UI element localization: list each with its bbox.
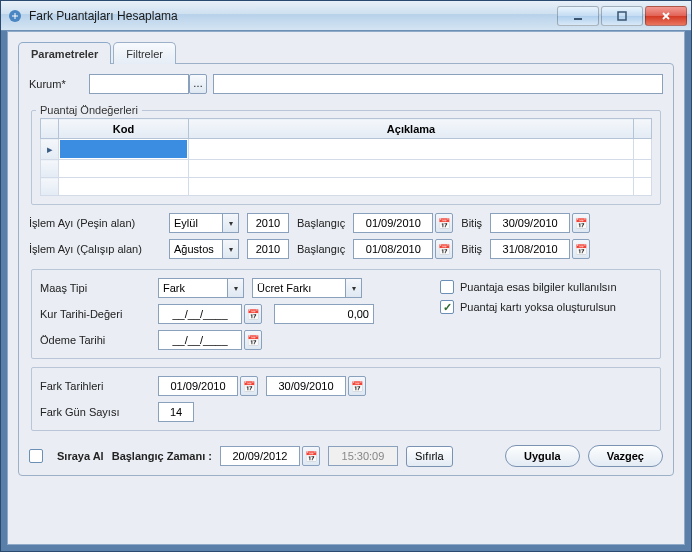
islem-pesin-row: İşlem Ayı (Peşin alan) Eylül▾ Başlangıç … (29, 213, 663, 233)
grid-cell-aciklama[interactable] (189, 178, 634, 196)
titlebar: Fark Puantajları Hesaplama (1, 1, 691, 31)
chevron-down-icon: ▾ (227, 279, 243, 297)
grid-cell-kod[interactable] (59, 160, 189, 178)
combo-value: Fark (163, 282, 185, 294)
maas-tipi-row: Maaş Tipi Fark▾ Ücret Farkı▾ (40, 278, 420, 298)
calisip-baslangic-date: 📅 (353, 239, 453, 259)
maas-tipi-label: Maaş Tipi (40, 282, 150, 294)
calendar-icon[interactable]: 📅 (572, 213, 590, 233)
window-title: Fark Puantajları Hesaplama (29, 9, 557, 23)
grid-cell-spacer (634, 160, 652, 178)
calisip-bitis-input[interactable] (490, 239, 570, 259)
grid-col-kod[interactable]: Kod (59, 119, 189, 139)
maas-tipi-combo[interactable]: Fark▾ (158, 278, 244, 298)
grid-cell-aciklama[interactable] (189, 139, 634, 160)
siraya-label: Sıraya Al (57, 450, 104, 462)
fark-t1-date: 📅 (158, 376, 258, 396)
chevron-down-icon: ▾ (222, 214, 238, 232)
bitis-label: Bitiş (461, 243, 482, 255)
calisip-baslangic-input[interactable] (353, 239, 433, 259)
islem-calisip-yil-input[interactable] (247, 239, 289, 259)
esas-bilgiler-checkbox[interactable] (440, 280, 454, 294)
grid-cell-spacer (634, 178, 652, 196)
islem-calisip-ay-combo[interactable]: Ağustos▾ (169, 239, 239, 259)
fark-tarihleri-label: Fark Tarihleri (40, 380, 150, 392)
button-label: Sıfırla (415, 450, 444, 462)
calendar-icon[interactable]: 📅 (435, 213, 453, 233)
fark-tarihleri-row: Fark Tarihleri 📅 📅 (40, 376, 652, 396)
tab-parametreler[interactable]: Parametreler (18, 42, 111, 64)
islem-pesin-ay-combo[interactable]: Eylül▾ (169, 213, 239, 233)
karti-olusturulsun-checkbox[interactable]: ✓ (440, 300, 454, 314)
footer-date: 📅 (220, 446, 320, 466)
calendar-icon[interactable]: 📅 (244, 330, 262, 350)
tabpanel-parametreler: Kurum* … Puantaj Öndeğerleri Kod Açıklam… (18, 63, 674, 476)
puantaj-group-title: Puantaj Öndeğerleri (36, 104, 142, 116)
maas-group: Maaş Tipi Fark▾ Ücret Farkı▾ Kur Tarihi-… (31, 269, 661, 359)
grid-rowmarker (41, 160, 59, 178)
puantaj-group: Puantaj Öndeğerleri Kod Açıklama ▸ (31, 104, 661, 205)
fark-t1-input[interactable] (158, 376, 238, 396)
pesin-baslangic-input[interactable] (353, 213, 433, 233)
fark-gun-row: Fark Gün Sayısı (40, 402, 652, 422)
kur-tarih-date: 📅 (158, 304, 262, 324)
islem-pesin-label: İşlem Ayı (Peşin alan) (29, 217, 161, 229)
cb1-row: Puantaja esas bilgiler kullanılsın (440, 280, 652, 294)
svg-rect-1 (574, 18, 582, 20)
calendar-icon[interactable]: 📅 (435, 239, 453, 259)
ucret-combo[interactable]: Ücret Farkı▾ (252, 278, 362, 298)
chevron-down-icon: ▾ (345, 279, 361, 297)
minimize-button[interactable] (557, 6, 599, 26)
footer-time-input (328, 446, 398, 466)
grid-row[interactable] (41, 178, 652, 196)
calendar-icon[interactable]: 📅 (572, 239, 590, 259)
calendar-icon[interactable]: 📅 (240, 376, 258, 396)
kurum-code-input[interactable] (89, 74, 189, 94)
odeme-input[interactable] (158, 330, 242, 350)
fark-t2-input[interactable] (266, 376, 346, 396)
uygula-button[interactable]: Uygula (505, 445, 580, 467)
kur-label: Kur Tarihi-Değeri (40, 308, 150, 320)
calendar-icon[interactable]: 📅 (244, 304, 262, 324)
grid-row[interactable]: ▸ (41, 139, 652, 160)
grid-cell-kod[interactable] (59, 178, 189, 196)
grid-cell-spacer (634, 139, 652, 160)
pesin-bitis-date: 📅 (490, 213, 590, 233)
fark-t2-date: 📅 (266, 376, 366, 396)
calendar-icon[interactable]: 📅 (348, 376, 366, 396)
footer-row: Sıraya Al Başlangıç Zamanı : 📅 Sıfırla U… (29, 439, 663, 467)
calendar-icon[interactable]: 📅 (302, 446, 320, 466)
kurum-desc-input[interactable] (213, 74, 663, 94)
fark-gun-input[interactable] (158, 402, 194, 422)
chevron-down-icon: ▾ (222, 240, 238, 258)
svg-rect-2 (618, 12, 626, 20)
grid-row[interactable] (41, 160, 652, 178)
tab-filtreler[interactable]: Filtreler (113, 42, 176, 64)
grid-col-aciklama[interactable]: Açıklama (189, 119, 634, 139)
maximize-button[interactable] (601, 6, 643, 26)
cb2-row: ✓ Puantaj kartı yoksa oluşturulsun (440, 300, 652, 314)
app-icon (7, 8, 23, 24)
siraya-al-checkbox[interactable] (29, 449, 43, 463)
button-label: Vazgeç (607, 450, 644, 462)
combo-value: Ağustos (174, 243, 214, 255)
close-button[interactable] (645, 6, 687, 26)
grid-cell-kod[interactable] (59, 139, 189, 160)
tab-label: Filtreler (126, 48, 163, 60)
pesin-baslangic-date: 📅 (353, 213, 453, 233)
pesin-bitis-input[interactable] (490, 213, 570, 233)
vazgec-button[interactable]: Vazgeç (588, 445, 663, 467)
islem-pesin-yil-input[interactable] (247, 213, 289, 233)
kur-deger-input[interactable] (274, 304, 374, 324)
sifirla-button[interactable]: Sıfırla (406, 446, 453, 467)
grid-cell-aciklama[interactable] (189, 160, 634, 178)
grid-rowmarker-header (41, 119, 59, 139)
grid-rowmarker: ▸ (41, 139, 59, 160)
footer-date-input[interactable] (220, 446, 300, 466)
baslangic-label: Başlangıç (297, 217, 345, 229)
kur-tarih-input[interactable] (158, 304, 242, 324)
kurum-lookup-button[interactable]: … (189, 74, 207, 94)
puantaj-grid[interactable]: Kod Açıklama ▸ (40, 118, 652, 196)
bitis-label: Bitiş (461, 217, 482, 229)
baslangic-zamani-label: Başlangıç Zamanı : (112, 450, 212, 462)
